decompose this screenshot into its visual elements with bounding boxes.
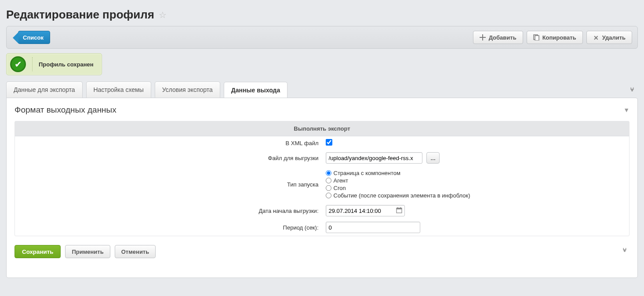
pin-tabs-icon[interactable] xyxy=(629,87,638,98)
delete-button-label: Удалить xyxy=(602,34,626,41)
start-date-input[interactable] xyxy=(326,205,405,216)
notice-text: Профиль сохранен xyxy=(39,61,94,68)
save-button[interactable]: Сохранить xyxy=(15,245,61,258)
browse-file-button[interactable]: ... xyxy=(426,152,440,164)
label-xml-file: В XML файл xyxy=(15,136,322,150)
pin-footer-icon[interactable] xyxy=(622,248,629,256)
tabs: Данные для экспорта Настройка схемы Усло… xyxy=(6,81,638,98)
block-heading: Выполнять экспорт xyxy=(15,121,629,136)
back-to-list-button[interactable]: Список xyxy=(18,31,50,44)
run-type-label-2: Cron xyxy=(334,185,346,191)
page-title: Редактирование профиля xyxy=(6,8,154,22)
delete-button[interactable]: ✕ Удалить xyxy=(586,31,632,44)
label-start-date: Дата начала выгрузки: xyxy=(15,202,322,219)
collapse-icon[interactable]: ▼ xyxy=(623,106,629,113)
run-type-radio-component[interactable] xyxy=(326,170,331,176)
tab-output-data[interactable]: Данные выхода xyxy=(224,82,287,98)
close-icon: ✕ xyxy=(593,34,599,40)
copy-button-label: Копировать xyxy=(542,34,576,41)
tab-export-data[interactable]: Данные для экспорта xyxy=(6,81,83,98)
label-run-type: Тип запуска xyxy=(15,166,322,202)
notice-separator xyxy=(32,57,33,71)
run-type-label-1: Агент xyxy=(334,177,349,184)
label-file-path: Файл для выгрузки xyxy=(15,150,322,166)
section-title: Формат выходных данных xyxy=(15,105,116,115)
run-type-radio-cron[interactable] xyxy=(326,185,331,191)
success-notice: ✔ Профиль сохранен xyxy=(6,53,102,75)
cancel-button[interactable]: Отменить xyxy=(115,245,156,258)
copy-icon xyxy=(533,34,539,40)
run-type-radio-event[interactable] xyxy=(326,193,331,198)
add-button[interactable]: Добавить xyxy=(473,31,523,44)
period-input[interactable] xyxy=(326,222,420,233)
tab-schema-settings[interactable]: Настройка схемы xyxy=(86,81,151,98)
run-type-radio-agent[interactable] xyxy=(326,178,331,183)
tab-export-conditions[interactable]: Условия экспорта xyxy=(155,81,220,98)
copy-button[interactable]: Копировать xyxy=(527,31,583,44)
export-settings-block: Выполнять экспорт В XML файл Файл для вы… xyxy=(15,121,629,236)
xml-file-checkbox[interactable] xyxy=(326,139,332,146)
add-button-label: Добавить xyxy=(489,34,517,41)
check-circle-icon: ✔ xyxy=(10,56,26,72)
file-path-input[interactable] xyxy=(326,152,422,164)
plus-icon xyxy=(480,34,486,40)
run-type-label-0: Страница с компонентом xyxy=(334,170,400,176)
toolbar: Список Добавить Копировать ✕ Удалить xyxy=(6,26,638,49)
favorite-star-icon[interactable]: ☆ xyxy=(159,10,167,20)
svg-rect-1 xyxy=(535,36,539,40)
apply-button[interactable]: Применить xyxy=(65,245,110,258)
run-type-label-3: Событие (после сохранения элемента в инф… xyxy=(334,192,470,199)
panel: Формат выходных данных ▼ Выполнять экспо… xyxy=(6,98,638,278)
label-period: Период (сек): xyxy=(15,219,322,236)
